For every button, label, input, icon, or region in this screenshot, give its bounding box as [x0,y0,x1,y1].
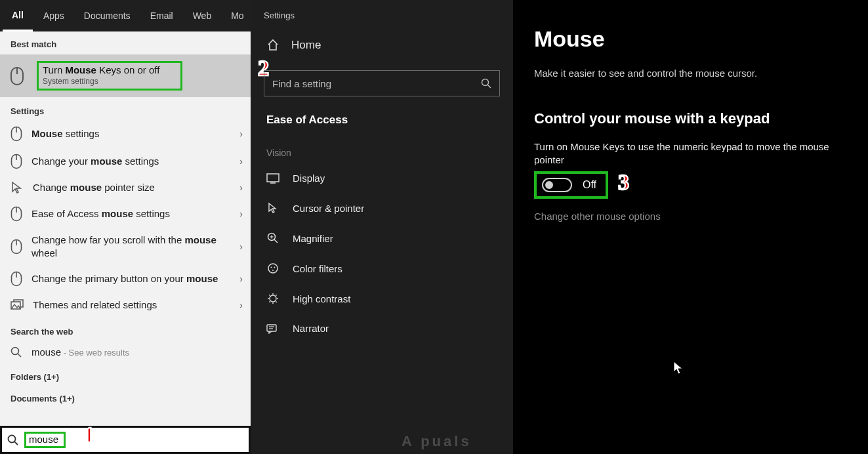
settings-item-eoa-mouse[interactable]: Ease of Access mouse settings › [0,200,251,228]
settings-item-themes[interactable]: Themes and related settings › [0,293,251,318]
chevron-right-icon: › [239,129,243,139]
nav-group-vision: Vision [251,141,513,163]
tab-more[interactable]: Mo [222,0,253,31]
mouse-icon [10,126,22,142]
folders-header[interactable]: Folders (1+) [0,364,251,386]
settings-item-label: Change how far you scroll with the mouse… [31,234,230,259]
nav-narrator[interactable]: Narrator [251,314,513,343]
nav-item-label: Color filters [293,263,342,274]
search-icon [481,78,491,89]
nav-high-contrast[interactable]: High contrast [251,283,513,314]
change-mouse-options-link[interactable]: Change other mouse options [534,211,848,222]
settings-item-label: Mouse settings [31,127,230,140]
svg-point-29 [270,295,276,302]
toggle-state-label: Off [583,179,596,191]
chevron-right-icon: › [239,209,243,219]
best-match-subtitle: System settings [43,77,174,86]
nav-home[interactable]: Home [251,30,513,61]
settings-item-label: Change mouse pointer size [33,181,230,194]
home-icon [266,39,279,52]
settings-item-label: Change your mouse settings [31,155,230,168]
web-search-label: mouse - See web results [31,346,129,358]
svg-line-18 [487,85,491,88]
best-match-header: Best match [0,31,251,54]
tab-apps[interactable]: Apps [34,0,73,31]
mouse-keys-toggle[interactable] [542,178,572,192]
web-search-item[interactable]: mouse - See web results [0,340,251,364]
svg-point-25 [268,264,278,273]
narrator-icon [266,323,279,334]
tab-web[interactable]: Web [184,0,221,31]
mouse-icon [8,66,26,86]
chevron-right-icon: › [239,182,243,193]
find-setting-input[interactable]: Find a setting [264,70,500,96]
settings-content: Mouse Make it easier to see and control … [513,0,868,454]
best-match-text: Turn Mouse Keys on or off System setting… [37,61,182,91]
chevron-right-icon: › [239,274,243,284]
mouse-icon [10,239,22,255]
nav-item-label: High contrast [293,293,350,304]
chevron-right-icon: › [239,241,243,252]
settings-item-label: Ease of Access mouse settings [31,207,230,220]
high-contrast-icon [266,293,279,304]
tab-all[interactable]: All [3,0,33,31]
svg-line-37 [276,295,276,295]
nav-display[interactable]: Display [251,163,513,193]
page-description: Make it easier to see and control the mo… [534,68,848,79]
toggle-description: Turn on Mouse Keys to use the numeric ke… [534,140,848,167]
section-heading: Control your mouse with a keypad [534,110,848,127]
best-match-result[interactable]: Turn Mouse Keys on or off System setting… [0,54,251,97]
svg-point-15 [9,435,16,442]
svg-line-36 [269,301,270,302]
cursor-icon [10,181,24,194]
web-section-header: Search the web [0,318,251,340]
search-icon [7,434,19,446]
nav-item-label: Cursor & pointer [293,203,364,214]
find-setting-placeholder: Find a setting [272,78,331,89]
chevron-right-icon: › [239,300,243,310]
nav-item-label: Magnifier [293,233,333,244]
documents-header[interactable]: Documents (1+) [0,386,251,407]
mouse-icon [10,206,22,222]
nav-magnifier[interactable]: Magnifier [251,223,513,253]
mouse-icon [10,154,22,169]
settings-item-primary-button[interactable]: Change the primary button on your mouse … [0,265,251,293]
watermark: A puals [402,433,472,450]
nav-color-filters[interactable]: Color filters [251,253,513,283]
svg-point-28 [272,270,274,271]
themes-icon [10,299,24,311]
mouse-icon [10,271,22,287]
mouse-cursor-icon [673,361,684,375]
svg-line-14 [18,354,21,357]
svg-point-26 [271,267,272,268]
nav-cursor-pointer[interactable]: Cursor & pointer [251,193,513,223]
svg-rect-38 [267,325,276,331]
taskbar-search-box[interactable]: mouse 1 [0,426,251,454]
page-title: Mouse [534,26,848,52]
svg-line-16 [14,442,18,445]
svg-line-34 [269,295,270,295]
magnifier-icon [266,232,279,244]
annotation-badge-3: 3 [618,170,629,195]
chevron-right-icon: › [239,156,243,167]
settings-sidebar: Settings Home Find a setting Ease of Acc… [251,0,513,454]
annotation-badge-1: 1 [83,423,94,447]
tab-documents[interactable]: Documents [75,0,140,31]
settings-item-change-mouse-settings[interactable]: Change your mouse settings › [0,148,251,175]
svg-line-22 [274,239,278,243]
settings-item-pointer-size[interactable]: Change mouse pointer size › [0,175,251,200]
settings-section-header: Settings [0,97,251,120]
window-title: Settings [251,7,513,30]
settings-item-mouse-settings[interactable]: Mouse settings › [0,120,251,148]
search-input[interactable]: mouse [24,432,66,448]
color-filters-icon [266,262,279,274]
cursor-icon [266,202,279,214]
nav-home-label: Home [291,39,321,52]
search-tabs: All Apps Documents Email Web Mo [0,0,251,31]
settings-item-scroll-wheel[interactable]: Change how far you scroll with the mouse… [0,228,251,265]
start-search-panel: All Apps Documents Email Web Mo Best mat… [0,0,251,454]
svg-point-27 [274,267,276,268]
best-match-title: Turn Mouse Keys on or off [43,64,174,75]
tab-email[interactable]: Email [141,0,182,31]
svg-rect-19 [267,174,279,182]
